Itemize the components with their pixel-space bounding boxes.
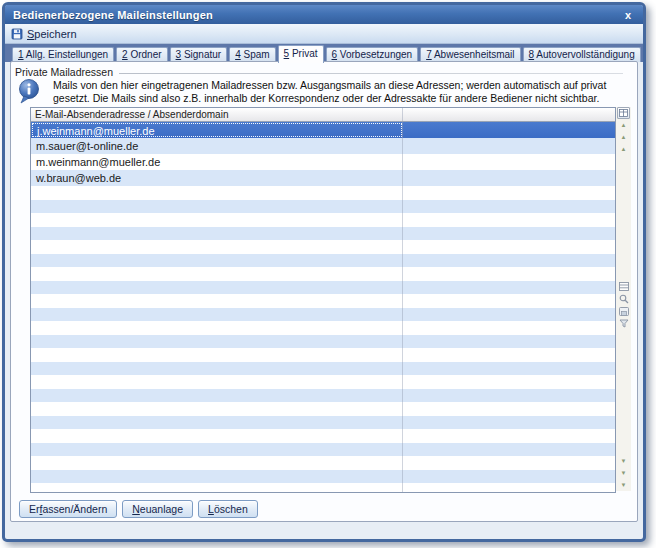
export-icon[interactable]	[619, 307, 629, 316]
email-table: E-Mail-Absenderadresse / Absenderdomain …	[30, 107, 616, 493]
tab-page-privat: Private Mailadressen Mails v	[10, 61, 638, 522]
scroll-last-icon[interactable]: ▼	[621, 479, 627, 491]
email-cell: j.weinmann@mueller.de	[32, 123, 402, 137]
scroll-down-icon[interactable]: ▼	[621, 467, 627, 479]
table-header-label: E-Mail-Absenderadresse / Absenderdomain	[35, 109, 228, 120]
table-tools	[619, 282, 629, 328]
empty-stripe	[31, 362, 615, 376]
empty-stripe	[31, 267, 615, 281]
empty-stripe	[31, 321, 615, 335]
info-line-2: gesetzt. Die Mails sind also z.B. innerh…	[53, 92, 599, 104]
info-text: Mails von den hier eingetragenen Mailadr…	[53, 77, 606, 105]
save-button[interactable]: Speichern	[27, 28, 77, 40]
title-bar: Bedienerbezogene Maileinstellungen x	[5, 5, 643, 24]
table-row[interactable]: m.weinmann@mueller.de	[31, 154, 615, 170]
tab-5[interactable]: 5 Privat	[278, 45, 324, 63]
empty-stripe	[31, 483, 615, 492]
filter-icon[interactable]	[619, 319, 629, 328]
close-button[interactable]: x	[621, 9, 635, 21]
scroll-first-icon[interactable]: ▲	[621, 119, 627, 131]
empty-stripe	[31, 429, 615, 443]
scroll-pagedown-icon[interactable]: ▼	[621, 455, 627, 467]
tab-1[interactable]: 1 Allg. Einstellungen	[12, 47, 114, 62]
save-icon	[11, 28, 23, 40]
empty-stripe	[31, 281, 615, 295]
empty-stripe	[31, 402, 615, 416]
empty-stripe	[31, 213, 615, 227]
empty-stripe	[31, 416, 615, 430]
email-cell: w.braun@web.de	[32, 171, 402, 185]
empty-stripe	[31, 470, 615, 484]
empty-stripe	[31, 254, 615, 268]
empty-stripe	[31, 348, 615, 362]
scroll-up-icon[interactable]: ▲	[621, 131, 627, 143]
scroll-up-group: ▲▲▲	[621, 119, 627, 155]
neuanlage-button[interactable]: Neuanlage	[122, 500, 193, 518]
empty-stripe	[31, 375, 615, 389]
empty-stripe	[31, 200, 615, 214]
scroll-down-group: ▼▼▼	[621, 455, 627, 491]
info-icon	[17, 77, 41, 105]
table-row[interactable]: w.braun@web.de	[31, 170, 615, 186]
table-body: j.weinmann@mueller.dem.sauer@t-online.de…	[31, 122, 615, 492]
tab-6[interactable]: 6 Vorbesetzungen	[326, 47, 419, 62]
empty-stripe	[31, 186, 615, 200]
toolbar: Speichern	[5, 24, 643, 44]
info-line-1: Mails von den hier eingetragenen Mailadr…	[53, 79, 606, 91]
dialog-window: Bedienerbezogene Maileinstellungen x Spe…	[2, 2, 646, 542]
empty-stripe	[31, 294, 615, 308]
table-row[interactable]: j.weinmann@mueller.de	[31, 122, 615, 138]
l-schen-button[interactable]: Löschen	[198, 500, 258, 518]
table-header[interactable]: E-Mail-Absenderadresse / Absenderdomain	[31, 108, 615, 122]
table-row[interactable]: m.sauer@t-online.de	[31, 138, 615, 154]
scroll-pageup-icon[interactable]: ▲	[621, 143, 627, 155]
email-cell: m.sauer@t-online.de	[32, 139, 402, 153]
tab-7[interactable]: 7 Abwesenheitsmail	[420, 47, 520, 62]
tab-4[interactable]: 4 Spam	[229, 47, 275, 62]
group-rule	[119, 73, 623, 74]
column-chooser-icon[interactable]	[617, 107, 630, 119]
tab-bar: 1 Allg. Einstellungen2 Ordner3 Signatur4…	[5, 44, 643, 62]
empty-stripe	[31, 389, 615, 403]
table-side-strip: ▲▲▲	[616, 107, 631, 491]
window-title: Bedienerbezogene Maileinstellungen	[13, 9, 621, 21]
email-cell: m.weinmann@mueller.de	[32, 155, 402, 169]
action-buttons: Erfassen/ÄndernNeuanlageLöschen	[19, 500, 258, 518]
table-view-icon[interactable]	[619, 282, 629, 291]
tab-8[interactable]: 8 Autovervollständigung	[523, 47, 641, 62]
empty-stripe	[31, 308, 615, 322]
info-block: Mails von den hier eingetragenen Mailadr…	[17, 77, 606, 105]
erfassen-ndern-button[interactable]: Erfassen/Ändern	[19, 500, 117, 518]
tab-2[interactable]: 2 Ordner	[116, 47, 167, 62]
empty-stripe	[31, 227, 615, 241]
column-divider[interactable]	[402, 108, 403, 492]
search-icon[interactable]	[619, 294, 629, 304]
empty-stripe	[31, 240, 615, 254]
tab-3[interactable]: 3 Signatur	[170, 47, 228, 62]
empty-stripe	[31, 443, 615, 457]
empty-stripe	[31, 335, 615, 349]
empty-stripe	[31, 456, 615, 470]
